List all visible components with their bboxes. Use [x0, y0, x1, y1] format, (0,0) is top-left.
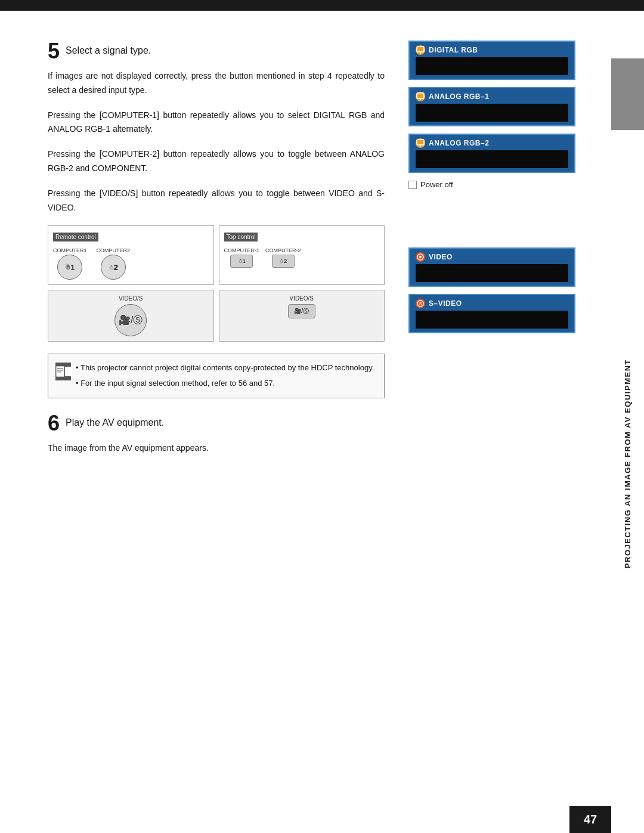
svg-point-15	[419, 256, 422, 258]
signal-box-digital-rgb: DIGITAL RGB	[408, 41, 575, 80]
svg-rect-2	[57, 368, 63, 369]
video-label-row: VIDEO	[416, 252, 568, 262]
step5-para2: Pressing the [COMPUTER-1] button repeate…	[48, 109, 385, 137]
svideo-signal-icon: S	[416, 299, 425, 308]
top-buttons-row: COMPUTER-1 ☃1 COMPUTER-2 ☃2	[224, 247, 380, 268]
note-box: • This projector cannot project digital …	[48, 354, 385, 398]
signal-box-video: VIDEO	[408, 247, 575, 287]
step5-number: 5	[48, 41, 60, 62]
analog-rgb2-text: ANALOG RGB–2	[429, 139, 489, 147]
step5-header: 5 Select a signal type.	[48, 41, 385, 62]
note-bullet2: • For the input signal selection method,…	[76, 377, 376, 390]
signal-box-analog-rgb2: ANALOG RGB–2	[408, 134, 575, 173]
svideo-label-row: S S–VIDEO	[416, 299, 568, 308]
step5-para3: Pressing the [COMPUTER-2] button repeate…	[48, 147, 385, 176]
analog-rgb1-icon	[416, 92, 425, 101]
remote-label: Remote control	[53, 233, 98, 241]
note-bullet1: • This projector cannot project digital …	[76, 361, 376, 374]
analog-rgb1-text: ANALOG RGB–1	[429, 92, 489, 101]
monitor-icon-digital	[416, 46, 425, 54]
computer1-label: COMPUTER1	[53, 247, 87, 253]
top-control-panel: Top control COMPUTER-1 ☃1 COMPUTER-2 ☃2	[219, 225, 385, 285]
step5-para1: If images are not displayed correctly, p…	[48, 69, 385, 98]
top-videos-panel: VIDEO/S 🎥/Ⓢ	[219, 290, 385, 342]
svg-rect-5	[417, 47, 424, 52]
video-signal-icon	[416, 253, 425, 261]
step6-header: 6 Play the AV equipment.	[48, 413, 385, 434]
svideo-black-area	[416, 311, 568, 329]
right-sidebar: PROJECTING AN IMAGE FROM AV EQUIPMENT	[611, 11, 644, 833]
note-icon	[55, 363, 71, 380]
analog-rgb1-label-row: ANALOG RGB–1	[416, 92, 568, 101]
svg-rect-8	[417, 93, 424, 98]
top-computer2-group: COMPUTER-2 ☃2	[265, 247, 301, 268]
video-black-area	[416, 264, 568, 282]
videos-row: VIDEO/S 🎥/Ⓢ VIDEO/S 🎥/Ⓢ	[48, 290, 385, 342]
remote-videos-panel: VIDEO/S 🎥/Ⓢ	[48, 290, 214, 342]
svg-rect-3	[57, 370, 63, 370]
top-bar	[0, 0, 644, 11]
computer1-group: COMPUTER1 ☃1	[53, 247, 87, 280]
sidebar-rotated-text: PROJECTING AN IMAGE FROM AV EQUIPMENT	[623, 359, 632, 568]
svg-rect-11	[417, 140, 424, 145]
step6-container: 6 Play the AV equipment. The image from …	[48, 413, 385, 456]
signal-box-analog-rgb1: ANALOG RGB–1	[408, 87, 575, 126]
step5-para4: Pressing the [VIDEO/S] button repeatedly…	[48, 187, 385, 215]
monitor-icon-analog2	[416, 139, 425, 147]
videos-label: VIDEO/S	[119, 295, 143, 302]
right-column: DIGITAL RGB ANALOG RGB–1	[408, 41, 575, 466]
top-videos-btn: 🎥/Ⓢ	[288, 304, 315, 318]
video-icon	[416, 252, 425, 262]
computer2-btn: ☃2	[101, 255, 126, 280]
svg-text:S: S	[419, 302, 422, 306]
step5-title: Select a signal type.	[66, 45, 151, 56]
top-computer2-btn: ☃2	[272, 255, 295, 268]
digital-rgb-black-area	[416, 57, 568, 75]
analog-rgb2-label-row: ANALOG RGB–2	[416, 138, 568, 148]
top-computer1-label: COMPUTER-1	[224, 247, 260, 253]
svg-rect-4	[57, 371, 61, 372]
main-content: 5 Select a signal type. If images are no…	[0, 11, 611, 833]
left-column: 5 Select a signal type. If images are no…	[48, 41, 385, 466]
remote-control-panel: Remote control COMPUTER1 ☃1 COMPUTER2 ☃2	[48, 225, 214, 285]
signal-box-svideo: S S–VIDEO	[408, 294, 575, 333]
note-text: • This projector cannot project digital …	[76, 361, 376, 390]
two-col-layout: 5 Select a signal type. If images are no…	[48, 41, 575, 466]
top-computer1-btn: ☃1	[230, 255, 253, 268]
video-text: VIDEO	[429, 253, 453, 261]
sidebar-gray-block	[611, 58, 644, 130]
step6-title: Play the AV equipment.	[66, 417, 164, 428]
analog-rgb2-black-area	[416, 150, 568, 168]
monitor-icon-analog1	[416, 92, 425, 101]
digital-rgb-icon	[416, 45, 425, 55]
digital-rgb-label-row: DIGITAL RGB	[416, 45, 568, 55]
step6-para1: The image from the AV equipment appears.	[48, 441, 385, 456]
power-off-label: Power off	[408, 180, 575, 189]
power-off-text: Power off	[420, 180, 453, 189]
note-document-icon	[55, 363, 65, 380]
spacer	[408, 200, 575, 247]
analog-rgb2-icon	[416, 138, 425, 148]
top-videos-label: VIDEO/S	[289, 295, 314, 302]
computer2-group: COMPUTER2 ☃2	[97, 247, 131, 280]
sidebar-text-container: PROJECTING AN IMAGE FROM AV EQUIPMENT	[623, 130, 632, 833]
top-computer2-label: COMPUTER-2	[265, 247, 301, 253]
computer1-btn: ☃1	[57, 255, 82, 280]
control-diagram-container: Remote control COMPUTER1 ☃1 COMPUTER2 ☃2	[48, 225, 385, 285]
svideo-text: S–VIDEO	[429, 299, 462, 308]
svideo-icon: S	[416, 299, 425, 308]
step6-number: 6	[48, 413, 60, 434]
top-control-label: Top control	[224, 233, 258, 241]
analog-rgb1-black-area	[416, 104, 568, 122]
computer2-label: COMPUTER2	[97, 247, 131, 253]
videos-remote-btn: 🎥/Ⓢ	[114, 304, 147, 336]
digital-rgb-text: DIGITAL RGB	[429, 46, 478, 54]
remote-buttons-row: COMPUTER1 ☃1 COMPUTER2 ☃2	[53, 247, 209, 280]
power-off-icon	[408, 181, 417, 189]
top-computer1-group: COMPUTER-1 ☃1	[224, 247, 260, 268]
